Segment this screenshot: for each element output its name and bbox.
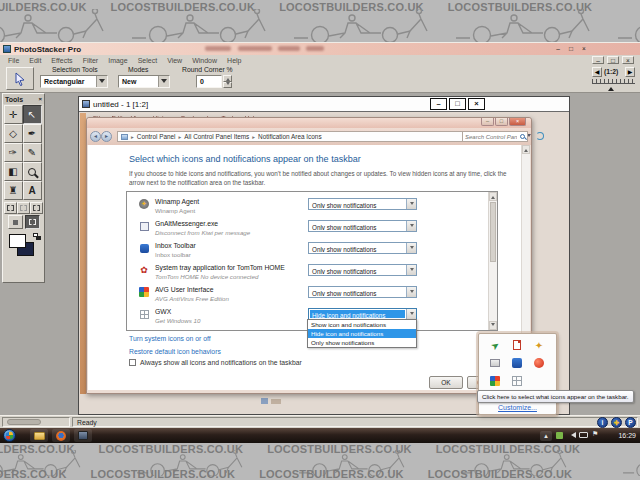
minimize-button[interactable]: – — [481, 118, 494, 126]
maximize-button[interactable]: □ — [565, 45, 577, 54]
ok-button[interactable]: OK — [429, 376, 463, 389]
close-icon[interactable]: × — [38, 96, 42, 102]
show-hidden-icons-button[interactable]: ▴ — [540, 431, 552, 441]
behavior-select[interactable]: Only show notifications — [308, 264, 417, 276]
close-button[interactable]: × — [578, 45, 590, 54]
tomtom-home-icon[interactable] — [533, 357, 545, 369]
fill-tool[interactable]: ◧ — [4, 162, 23, 181]
winamp-icon[interactable]: ✦ — [533, 339, 545, 351]
menu-filter[interactable]: Filter — [83, 57, 99, 64]
behavior-select[interactable]: Only show notifications — [308, 242, 417, 254]
menu-select[interactable]: Select — [138, 57, 157, 64]
search-icon[interactable] — [520, 134, 525, 139]
gwx-icon[interactable] — [511, 375, 523, 387]
menu-view[interactable]: View — [167, 57, 182, 64]
breadcrumb-notification-area-icons[interactable]: Notification Area Icons — [258, 133, 322, 140]
messenger-icon[interactable] — [489, 357, 501, 369]
photostacker-titlebar[interactable]: PhotoStacker Pro – □ × — [0, 43, 640, 55]
search-input[interactable] — [462, 131, 528, 142]
close-button[interactable]: × — [509, 118, 526, 126]
marquee-tool[interactable]: ✛ — [4, 105, 23, 124]
selection-mode-button[interactable] — [6, 67, 34, 90]
scroll-thumb[interactable] — [490, 202, 496, 262]
feather-toggle-button[interactable] — [25, 215, 40, 229]
canvas-titlebar[interactable]: untitled - 1 [1:2] – □ × — [79, 97, 569, 112]
behavior-select[interactable]: Only show notifications — [308, 286, 417, 298]
dropdown-option-selected[interactable]: Hide icon and notifications — [308, 329, 416, 338]
back-button[interactable]: ◂ — [90, 131, 101, 142]
child-close-button[interactable]: × — [622, 56, 634, 64]
brush-tool[interactable]: ✑ — [4, 143, 23, 162]
behavior-select[interactable]: Only show notifications — [308, 220, 417, 232]
menu-image[interactable]: Image — [108, 57, 127, 64]
breadcrumb-all-items[interactable]: All Control Panel Items — [184, 133, 249, 140]
child-minimize-button[interactable]: – — [592, 56, 604, 64]
volume-icon[interactable] — [568, 432, 576, 438]
round-corner-input[interactable]: 0 — [196, 75, 222, 88]
menu-file[interactable]: File — [8, 57, 19, 64]
chevron-down-icon[interactable] — [406, 265, 416, 275]
checkbox[interactable] — [129, 359, 136, 366]
eyedropper-tool[interactable]: ✒ — [23, 124, 42, 143]
scroll-up-button[interactable] — [522, 145, 530, 154]
refresh-icon[interactable] — [536, 132, 544, 140]
tomtom-route-icon[interactable]: ➤ — [489, 339, 501, 351]
network-icon[interactable] — [579, 432, 588, 438]
list-scrollbar[interactable] — [488, 192, 497, 330]
turn-system-icons-link[interactable]: Turn system icons on or off — [129, 335, 211, 342]
avg-icon[interactable] — [489, 375, 501, 387]
minimize-button[interactable]: – — [430, 98, 447, 110]
chevron-down-icon[interactable] — [406, 287, 416, 297]
forward-button[interactable]: ▸ — [101, 131, 112, 142]
zoom-slider-thumb[interactable] — [608, 84, 614, 91]
color-swatches[interactable] — [7, 232, 41, 264]
maximize-button[interactable]: □ — [449, 98, 466, 110]
zoom-in-button[interactable]: ▶ — [625, 67, 635, 77]
selection-replace-button[interactable] — [4, 202, 17, 214]
taskbar-explorer-button[interactable] — [30, 429, 48, 442]
menu-help[interactable]: Help — [227, 57, 241, 64]
clock[interactable]: 16:29 — [618, 428, 636, 443]
taskbar-firefox-button[interactable] — [52, 429, 70, 442]
spin-down-button[interactable] — [223, 82, 232, 89]
menu-effects[interactable]: Effects — [51, 57, 72, 64]
stamp-tool[interactable]: ♜ — [4, 181, 23, 200]
freeform-select-tool[interactable]: ◇ — [4, 124, 23, 143]
chevron-down-icon[interactable] — [406, 309, 416, 319]
scroll-up-button[interactable] — [489, 192, 497, 201]
foreground-color-swatch[interactable] — [9, 234, 26, 248]
text-tool[interactable]: A — [23, 181, 42, 200]
chevron-down-icon[interactable] — [406, 221, 416, 231]
red-document-icon[interactable] — [511, 339, 523, 351]
tray-app-icon[interactable] — [556, 432, 563, 439]
taskbar-app-button[interactable] — [74, 429, 92, 442]
behavior-select[interactable]: Only show notifications — [308, 198, 417, 210]
customize-link[interactable]: Customize... — [479, 404, 556, 411]
selection-add-button[interactable] — [17, 202, 30, 214]
start-button[interactable] — [3, 429, 16, 442]
chevron-down-icon[interactable] — [406, 243, 416, 253]
selection-subtract-button[interactable] — [30, 202, 43, 214]
inbox-icon[interactable] — [511, 357, 523, 369]
minimize-button[interactable]: – — [552, 45, 564, 54]
control-panel-titlebar[interactable] — [87, 118, 531, 128]
restore-defaults-link[interactable]: Restore default icon behaviors — [129, 348, 221, 355]
pointer-tool[interactable]: ↖ — [23, 105, 42, 124]
breadcrumb-control-panel[interactable]: Control Panel — [137, 133, 176, 140]
menu-window[interactable]: Window — [192, 57, 217, 64]
antialias-toggle-button[interactable] — [8, 215, 23, 229]
close-button[interactable]: × — [468, 98, 485, 110]
chevron-down-icon[interactable] — [158, 76, 169, 87]
modes-select[interactable]: New — [118, 75, 170, 88]
mini-swatch[interactable] — [36, 236, 41, 240]
child-restore-button[interactable]: □ — [607, 56, 619, 64]
dropdown-option[interactable]: Show icon and notifications — [308, 320, 416, 329]
maximize-button[interactable]: □ — [495, 118, 508, 126]
action-center-flag-icon[interactable]: ⚑ — [592, 430, 598, 438]
menu-edit[interactable]: Edit — [29, 57, 41, 64]
zoom-out-button[interactable]: ◀ — [592, 67, 602, 77]
chevron-down-icon[interactable] — [406, 199, 416, 209]
pencil-tool[interactable]: ✎ — [23, 143, 42, 162]
zoom-tool[interactable] — [23, 162, 42, 181]
scroll-down-button[interactable] — [489, 321, 497, 330]
